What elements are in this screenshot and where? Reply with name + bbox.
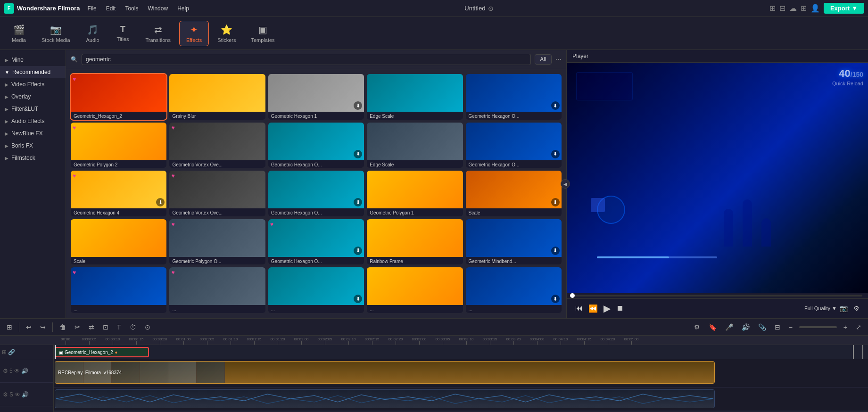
more-options-button[interactable]: ···	[555, 55, 562, 64]
effect-card-18[interactable]: ♥ ⬇ Geometric Hexagon O...	[268, 219, 364, 265]
effect-card-2[interactable]: Grainy Blur	[169, 74, 265, 120]
effect-card-3[interactable]: ⬇ Geometric Hexagon 1	[268, 74, 364, 120]
toolbar-templates[interactable]: ▣ Templates	[244, 21, 281, 46]
grid-icon[interactable]: ⊟	[779, 4, 785, 13]
stop-button[interactable]: ⏹	[613, 303, 627, 313]
effect-card-23[interactable]: ⬇ ...	[268, 267, 364, 313]
quality-dropdown[interactable]: Full Quality ▼	[804, 305, 837, 311]
timeline-grid-button[interactable]: ⊞	[5, 322, 14, 332]
track-audio-visible[interactable]: 👁	[15, 391, 20, 398]
menu-tools[interactable]: Tools	[125, 5, 138, 12]
download-icon-23[interactable]: ⬇	[354, 295, 362, 303]
download-icon-5[interactable]: ⬇	[551, 101, 560, 110]
color-button[interactable]: ⊙	[143, 322, 152, 332]
download-icon-13[interactable]: ⬇	[354, 198, 362, 206]
toolbar-titles[interactable]: T Titles	[109, 22, 137, 45]
effect-card-17[interactable]: ♥ Geometric Polygon O...	[169, 219, 265, 265]
heart-icon-7[interactable]: ♥	[171, 124, 174, 131]
menu-edit[interactable]: Edit	[106, 5, 116, 12]
heart-icon-11[interactable]: ♥	[73, 173, 76, 179]
heart-icon-6[interactable]: ♥	[73, 124, 76, 131]
download-icon-10[interactable]: ⬇	[551, 150, 560, 158]
sidebar-item-video-effects[interactable]: ▶ Video Effects	[0, 78, 66, 91]
toolbar-audio[interactable]: 🎵 Audio	[79, 21, 107, 46]
download-icon-25[interactable]: ⬇	[551, 295, 560, 303]
timeline-playhead[interactable]	[55, 345, 56, 359]
export-button[interactable]: Export ▼	[824, 3, 864, 14]
fullscreen-timeline-button[interactable]: ⤢	[854, 322, 863, 332]
download-icon-15[interactable]: ⬇	[551, 198, 560, 206]
effect-card-9[interactable]: Edge Scale	[367, 123, 463, 168]
heart-icon-17[interactable]: ♥	[171, 221, 174, 228]
download-icon-18[interactable]: ⬇	[354, 247, 362, 255]
settings-tl-button[interactable]: ⚙	[692, 322, 702, 332]
skip-backward-button[interactable]: ⏮	[572, 303, 586, 313]
effect-card-25[interactable]: ⬇ ...	[466, 267, 562, 313]
audio-clip[interactable]	[55, 389, 715, 408]
crop-button[interactable]: ⊡	[101, 322, 110, 332]
download-icon-8[interactable]: ⬇	[354, 150, 362, 158]
settings-button[interactable]: ⚙	[851, 304, 862, 313]
track-settings-icon[interactable]: ⚙	[3, 368, 8, 374]
toolbar-stickers[interactable]: ⭐ Stickers	[211, 21, 242, 46]
track-audio-settings[interactable]: ⚙	[3, 391, 8, 398]
effect-card-11[interactable]: ♥ ⬇ Geometric Hexagon 4	[71, 171, 166, 216]
voiceover-button[interactable]: 🔊	[740, 322, 752, 332]
redo-button[interactable]: ↪	[38, 322, 48, 332]
clip-button[interactable]: 📎	[756, 322, 768, 332]
sidebar-item-filmstock[interactable]: ▶ Filmstock	[0, 152, 66, 164]
sidebar-item-overlay[interactable]: ▶ Overlay	[0, 91, 66, 103]
track-visible-icon[interactable]: 👁	[14, 368, 20, 374]
bookmark-button[interactable]: 🔖	[707, 322, 719, 332]
download-icon-3[interactable]: ⬇	[354, 101, 362, 110]
menu-help[interactable]: Help	[177, 5, 189, 12]
effect-card-1[interactable]: ♥ Geometric_Hexagon_2	[71, 74, 166, 120]
effect-card-20[interactable]: ⬇ Geometric Mindbend...	[466, 219, 562, 265]
track-lock-icon[interactable]: 5	[9, 368, 13, 374]
delete-button[interactable]: 🗑	[58, 322, 68, 332]
effect-card-15[interactable]: ⬇ Scale	[466, 171, 562, 216]
search-input[interactable]	[82, 54, 531, 65]
zoom-in-button[interactable]: +	[842, 322, 849, 332]
toolbar-effects[interactable]: ✦ Effects	[179, 21, 209, 46]
apps-icon[interactable]: ⊞	[801, 4, 807, 13]
heart-icon-21[interactable]: ♥	[73, 269, 76, 276]
track-audio-mute[interactable]: 🔊	[22, 391, 29, 398]
toolbar-transitions[interactable]: ⇄ Transitions	[139, 21, 177, 46]
track-mute-audio-icon[interactable]: 🔊	[21, 368, 28, 374]
speed-button[interactable]: ⏱	[128, 322, 138, 332]
effect-card-19[interactable]: Rainbow Frame	[367, 219, 463, 265]
sidebar-item-filter-lut[interactable]: ▶ Filter&LUT	[0, 103, 66, 115]
zoom-out-button[interactable]: −	[787, 322, 794, 332]
effect-card-12[interactable]: ♥ Geometric Vortex Ove...	[169, 171, 265, 216]
filter-dropdown[interactable]: All	[535, 54, 551, 65]
effect-card-21[interactable]: ♥ ...	[71, 267, 166, 313]
effect-card-13[interactable]: ⬇ Geometric Hexagon O...	[268, 171, 364, 216]
sidebar-item-audio-effects[interactable]: ▶ Audio Effects	[0, 115, 66, 127]
download-icon-20[interactable]: ⬇	[551, 247, 560, 255]
heart-icon-22[interactable]: ♥	[171, 269, 174, 276]
track-link-icon[interactable]: 🔗	[8, 349, 15, 355]
effect-card-24[interactable]: ...	[367, 267, 463, 313]
heart-icon-12[interactable]: ♥	[171, 173, 174, 179]
progress-dot[interactable]	[570, 293, 575, 298]
video-clip[interactable]: RECReplay_Filmora_v168374	[55, 361, 715, 384]
effect-card-10[interactable]: ⬇ Geometric Hexagon O...	[466, 123, 562, 168]
toolbar-media[interactable]: 🎬 Media	[5, 21, 33, 46]
effect-card-16[interactable]: Scale	[71, 219, 166, 265]
text-button[interactable]: T	[115, 322, 123, 332]
menu-window[interactable]: Window	[148, 5, 168, 12]
play-backward-button[interactable]: ⏪	[586, 303, 601, 314]
zoom-slider[interactable]	[799, 326, 837, 328]
detach-audio-button[interactable]: ⇄	[87, 322, 96, 332]
effect-card-6[interactable]: ♥ Geometric Polygon 2	[71, 123, 166, 168]
sidebar-item-newblue-fx[interactable]: ▶ NewBlue FX	[0, 127, 66, 140]
effect-card-7[interactable]: ♥ Geometric Vortex Ove...	[169, 123, 265, 168]
sidebar-item-mine[interactable]: ▶ Mine	[0, 54, 66, 66]
cloud-icon[interactable]: ☁	[789, 4, 797, 13]
mic-button[interactable]: 🎤	[723, 322, 735, 332]
screenshot-button[interactable]: 📷	[837, 304, 851, 313]
user-icon[interactable]: 👤	[810, 4, 820, 13]
toolbar-stock-media[interactable]: 📷 Stock Media	[35, 21, 77, 46]
heart-icon-18[interactable]: ♥	[270, 221, 273, 228]
